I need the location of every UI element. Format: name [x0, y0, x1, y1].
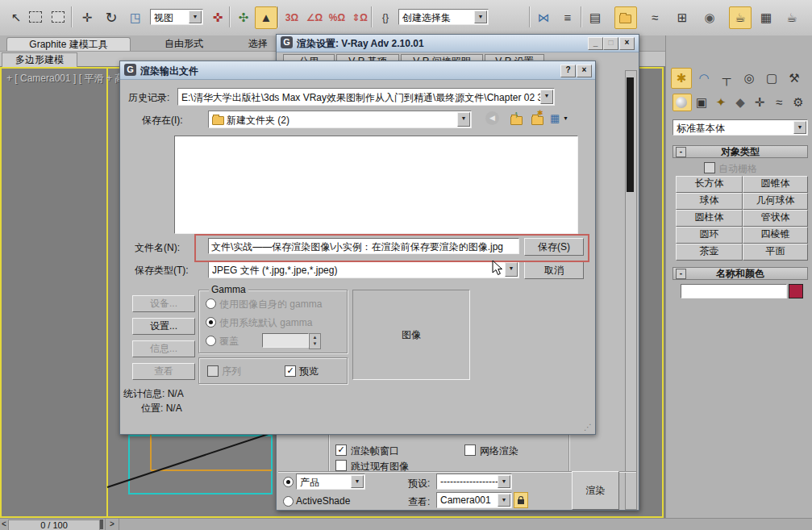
angle-snap-icon[interactable]: ∠Ω: [303, 6, 326, 29]
modify-tab-icon[interactable]: ◠: [693, 68, 714, 89]
render-production-icon[interactable]: ☕: [781, 6, 803, 29]
net-render-checkbox[interactable]: [464, 444, 476, 456]
rotate-icon[interactable]: ↻: [100, 6, 123, 29]
rendered-frame-window-icon[interactable]: ▦: [755, 6, 777, 29]
object-button-box[interactable]: 长方体: [676, 176, 743, 193]
maximize-icon[interactable]: □: [603, 37, 618, 50]
save-in-combo[interactable]: 新建文件夹 (2) ▼: [208, 111, 472, 128]
cancel-button[interactable]: 取消: [524, 261, 584, 279]
view-menu-button[interactable]: ▦ ▼: [548, 111, 571, 127]
tab-selection[interactable]: 选择: [235, 37, 281, 51]
activeshade-radio[interactable]: [283, 496, 294, 507]
object-button-tube[interactable]: 管状体: [743, 210, 808, 227]
chevron-down-icon[interactable]: ▼: [351, 475, 364, 488]
setup-button[interactable]: 设置...: [132, 318, 195, 335]
move-icon[interactable]: ✛: [76, 6, 98, 29]
chevron-down-icon[interactable]: ▼: [540, 90, 553, 104]
render-button[interactable]: 渲染: [572, 471, 619, 510]
systems-category-icon[interactable]: ⚙: [789, 94, 808, 111]
curve-editor-icon[interactable]: ≈: [643, 6, 666, 29]
primitive-category-combo[interactable]: 标准基本体 ▼: [673, 119, 808, 136]
cameras-category-icon[interactable]: ◆: [731, 94, 750, 111]
select-manipulate-icon[interactable]: ✣: [232, 6, 255, 29]
utilities-tab-icon[interactable]: ⚒: [784, 68, 805, 89]
close-icon[interactable]: ×: [577, 65, 592, 77]
production-radio[interactable]: [283, 477, 294, 487]
motion-tab-icon[interactable]: ◎: [739, 68, 760, 89]
back-button[interactable]: ◀: [484, 111, 502, 127]
lights-category-icon[interactable]: ✦: [711, 94, 731, 111]
preview-checkbox[interactable]: ✓: [285, 365, 296, 377]
object-name-input[interactable]: [681, 284, 787, 298]
mirror-icon[interactable]: ⋈: [532, 6, 555, 29]
named-selection-sets-icon[interactable]: {}: [374, 6, 397, 29]
dialog-titlebar[interactable]: G 渲染输出文件 ? ×: [120, 61, 595, 80]
resize-grip-icon[interactable]: ⋰: [584, 423, 592, 432]
file-list-area[interactable]: [174, 136, 578, 234]
viewport-label[interactable]: + [ Camera001 ] [ 平滑 + 高: [6, 72, 124, 86]
skip-existing-checkbox[interactable]: [335, 460, 347, 471]
create-new-folder-button[interactable]: ✱: [529, 111, 547, 127]
create-tab-icon[interactable]: ✱: [671, 68, 692, 89]
close-icon[interactable]: ×: [619, 37, 635, 50]
keyboard-override-icon[interactable]: ▲: [255, 6, 277, 29]
gamma-system-radio[interactable]: [206, 317, 216, 328]
object-button-pyramid[interactable]: 四棱锥: [743, 227, 808, 244]
scrollbar-thumb[interactable]: [627, 77, 634, 192]
view-combo[interactable]: Camera001 ▼: [436, 492, 512, 508]
object-button-geosphere[interactable]: 几何球体: [743, 193, 808, 210]
preset-combo[interactable]: ------------------- ▼: [436, 474, 512, 490]
object-button-cone[interactable]: 圆锥体: [743, 176, 808, 193]
filetype-combo[interactable]: JPEG 文件 (*.jpg,*.jpe,*.jpeg) ▼: [208, 261, 519, 278]
spacewarps-category-icon[interactable]: ≈: [769, 94, 789, 111]
collapse-icon[interactable]: -: [676, 269, 686, 279]
view-file-button[interactable]: 查看: [132, 363, 195, 380]
gamma-override-radio[interactable]: [206, 336, 216, 346]
object-color-swatch[interactable]: [789, 284, 803, 298]
autogrid-checkbox[interactable]: [704, 162, 715, 173]
device-button[interactable]: 设备...: [132, 295, 195, 312]
gamma-spinner[interactable]: ▲▼: [309, 333, 321, 349]
align-icon[interactable]: ≡: [556, 6, 579, 29]
select-icon[interactable]: ↖: [5, 6, 27, 29]
render-setup-icon[interactable]: ☕: [729, 6, 752, 29]
view-lock-button[interactable]: [514, 492, 528, 508]
history-combo[interactable]: E:\清华大学出版社\3ds Max VRay效果图制作从入门到精通\最终源文件…: [177, 88, 555, 106]
gamma-override-input[interactable]: [262, 333, 309, 348]
up-one-level-button[interactable]: ↑: [508, 111, 526, 127]
chevron-down-icon[interactable]: ▼: [505, 262, 518, 277]
time-slider-thumb[interactable]: [100, 520, 103, 529]
tab-freeform[interactable]: 自由形式: [135, 37, 232, 51]
snap-toggle-icon[interactable]: 3Ω: [281, 6, 303, 29]
material-editor-icon[interactable]: ◉: [698, 6, 721, 29]
sequence-checkbox[interactable]: [207, 365, 219, 377]
chevron-down-icon[interactable]: ▼: [474, 10, 487, 23]
rollout-object-type[interactable]: - 对象类型: [673, 145, 808, 158]
time-slider-field[interactable]: 0 / 100: [8, 520, 100, 530]
rollout-name-color[interactable]: - 名称和颜色: [673, 267, 808, 280]
reference-coordinate-combo[interactable]: 视图 ▼: [150, 9, 203, 25]
display-tab-icon[interactable]: ▢: [761, 68, 782, 89]
target-combo[interactable]: 产品 ▼: [296, 474, 365, 490]
render-settings-titlebar[interactable]: G 渲染设置: V-Ray Adv 2.10.01 _ □ ×: [277, 35, 639, 52]
select-object-icon[interactable]: [52, 11, 65, 23]
subtab-polygon-modeling[interactable]: 多边形建模: [2, 52, 77, 67]
info-button[interactable]: 信息...: [132, 340, 195, 357]
rs-scrollbar[interactable]: [625, 70, 637, 510]
chevron-down-icon[interactable]: ▼: [498, 475, 510, 488]
object-button-teapot[interactable]: 茶壶: [676, 244, 743, 261]
helpers-category-icon[interactable]: ✛: [750, 94, 769, 111]
frame-next-button[interactable]: >: [105, 519, 119, 530]
graphite-ribbon-toggle-icon[interactable]: [614, 6, 637, 29]
object-button-sphere[interactable]: 球体: [676, 193, 743, 210]
chevron-down-icon[interactable]: ▼: [189, 10, 202, 23]
object-button-cylinder[interactable]: 圆柱体: [676, 210, 743, 227]
render-frame-window-checkbox[interactable]: ✓: [335, 444, 347, 456]
frame-prev-button[interactable]: <: [0, 519, 8, 530]
rect-selection-region-icon[interactable]: [29, 11, 42, 23]
hierarchy-tab-icon[interactable]: ┬: [716, 68, 737, 89]
tab-graphite-modeling[interactable]: Graphite 建模工具: [6, 37, 131, 52]
chevron-down-icon[interactable]: ▼: [457, 112, 470, 127]
gamma-own-radio[interactable]: [206, 298, 216, 309]
collapse-icon[interactable]: -: [676, 147, 686, 157]
